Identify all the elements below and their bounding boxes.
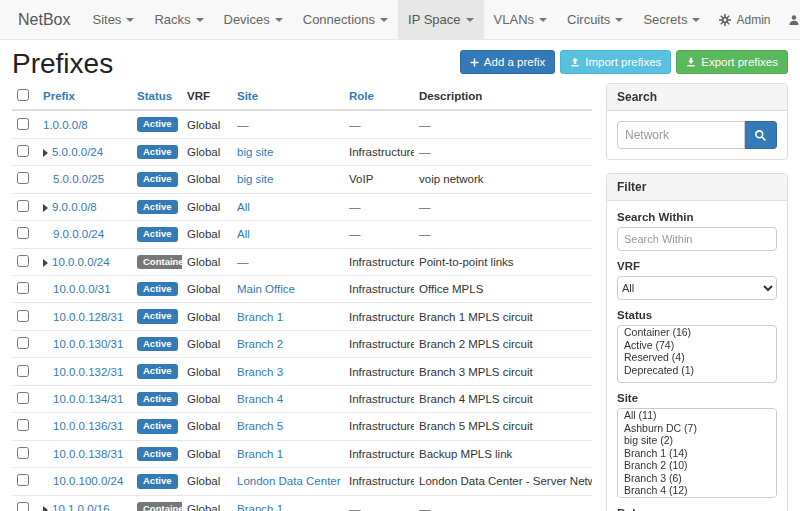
prefix-link[interactable]: 10.0.0.138/31: [53, 448, 123, 460]
vrf-select[interactable]: All: [617, 276, 777, 300]
nav-item-label: Secrets: [643, 12, 687, 27]
prefix-link[interactable]: 10.0.0.0/31: [53, 283, 111, 295]
site-cell: London Data Center: [232, 468, 344, 495]
row-checkbox[interactable]: [17, 172, 29, 184]
table-row: 10.0.0.0/24ContainerGlobal—Infrastructur…: [12, 248, 592, 275]
import-icon: [570, 57, 580, 67]
prefix-link[interactable]: 10.1.0.0/16: [52, 503, 110, 511]
row-checkbox[interactable]: [17, 255, 29, 267]
row-checkbox[interactable]: [17, 337, 29, 349]
prefix-link[interactable]: 10.0.0.130/31: [53, 338, 123, 350]
add-prefix-button[interactable]: Add a prefix: [460, 50, 555, 74]
site-link[interactable]: big site: [237, 173, 273, 185]
search-input[interactable]: [617, 121, 745, 149]
filter-option[interactable]: Branch 1 (14): [618, 447, 776, 460]
site-link[interactable]: Main Office: [237, 283, 295, 295]
row-checkbox[interactable]: [17, 227, 29, 239]
search-within-input[interactable]: [617, 227, 777, 251]
export-prefixes-button[interactable]: Export prefixes: [676, 50, 788, 74]
expand-icon[interactable]: [43, 506, 48, 511]
site-link[interactable]: Branch 5: [237, 420, 283, 432]
site-link[interactable]: Branch 1: [237, 448, 283, 460]
vrf-cell: Global: [182, 385, 232, 412]
row-checkbox[interactable]: [17, 447, 29, 459]
role-cell: Infrastructure: [344, 138, 414, 165]
expand-icon[interactable]: [43, 149, 48, 157]
sort-site[interactable]: Site: [237, 90, 258, 102]
chevron-down-icon: [466, 18, 474, 22]
row-checkbox[interactable]: [17, 392, 29, 404]
site-listbox[interactable]: All (11)Ashburn DC (7)big site (2)Branch…: [617, 408, 777, 498]
site-label: Site: [617, 392, 777, 404]
row-checkbox[interactable]: [17, 419, 29, 431]
nav-item-racks[interactable]: Racks: [144, 0, 213, 39]
sort-status[interactable]: Status: [137, 90, 172, 102]
expand-icon[interactable]: [43, 259, 48, 267]
prefix-table-panel: Prefix Status VRF Site Role Description …: [12, 83, 592, 511]
nav-item-sites[interactable]: Sites: [82, 0, 144, 39]
nav-item-secrets[interactable]: Secrets: [633, 0, 710, 39]
nav-item-devices[interactable]: Devices: [214, 0, 293, 39]
nav-item-connections[interactable]: Connections: [293, 0, 398, 39]
description-cell: —: [414, 495, 592, 511]
site-link[interactable]: London Data Center: [237, 475, 341, 487]
sort-prefix[interactable]: Prefix: [43, 90, 75, 102]
nav-item-circuits[interactable]: Circuits: [557, 0, 633, 39]
filter-option[interactable]: Active (74): [618, 339, 776, 352]
filter-option[interactable]: Ashburn DC (7): [618, 422, 776, 435]
row-checkbox[interactable]: [17, 145, 29, 157]
filter-option[interactable]: Branch 2 (10): [618, 459, 776, 472]
prefix-link[interactable]: 10.0.0.136/31: [53, 420, 123, 432]
prefix-link[interactable]: 10.0.100.0/24: [53, 475, 123, 487]
prefix-link[interactable]: 5.0.0.0/25: [53, 173, 104, 185]
select-all-checkbox[interactable]: [17, 89, 29, 101]
site-link[interactable]: All: [237, 228, 250, 240]
row-checkbox[interactable]: [17, 200, 29, 212]
row-checkbox[interactable]: [17, 118, 29, 130]
prefix-link[interactable]: 1.0.0.0/8: [43, 119, 88, 131]
navbar-menu: SitesRacksDevicesConnectionsIP SpaceVLAN…: [82, 0, 710, 39]
filter-option[interactable]: Deprecated (1): [618, 364, 776, 377]
row-checkbox[interactable]: [17, 310, 29, 322]
filter-option[interactable]: Container (16): [618, 326, 776, 339]
nav-item-vlans[interactable]: VLANs: [484, 0, 557, 39]
site-link[interactable]: Branch 3: [237, 366, 283, 378]
filter-option[interactable]: Branch 5 (7): [618, 497, 776, 499]
admin-link[interactable]: Admin: [710, 0, 779, 39]
brand-link[interactable]: NetBox: [6, 0, 82, 39]
prefix-link[interactable]: 9.0.0.0/8: [52, 201, 97, 213]
site-link[interactable]: Branch 4: [237, 393, 283, 405]
site-link[interactable]: Branch 1: [237, 503, 283, 511]
status-badge: Active: [137, 227, 178, 241]
search-button[interactable]: [745, 121, 777, 149]
profile-link[interactable]: Profile: [779, 0, 800, 39]
page-header: Prefixes Add a prefix Import prefixes Ex…: [0, 40, 800, 83]
prefix-link[interactable]: 10.0.0.132/31: [53, 366, 123, 378]
table-header-row: Prefix Status VRF Site Role Description: [12, 83, 592, 110]
prefix-link[interactable]: 10.0.0.0/24: [52, 256, 110, 268]
chevron-down-icon: [275, 18, 283, 22]
filter-option[interactable]: Branch 4 (12): [618, 484, 776, 497]
prefix-link[interactable]: 5.0.0.0/24: [52, 146, 103, 158]
prefix-link[interactable]: 10.0.0.128/31: [53, 311, 123, 323]
row-checkbox[interactable]: [17, 474, 29, 486]
site-link[interactable]: All: [237, 201, 250, 213]
status-listbox[interactable]: Container (16)Active (74)Reserved (4)Dep…: [617, 325, 777, 383]
filter-option[interactable]: big site (2): [618, 434, 776, 447]
site-link[interactable]: Branch 1: [237, 311, 283, 323]
site-link[interactable]: big site: [237, 146, 273, 158]
expand-icon[interactable]: [43, 204, 48, 212]
filter-option[interactable]: Branch 3 (6): [618, 472, 776, 485]
prefix-link[interactable]: 9.0.0.0/24: [53, 228, 104, 240]
chevron-down-icon: [692, 18, 700, 22]
filter-option[interactable]: Reserved (4): [618, 351, 776, 364]
filter-option[interactable]: All (11): [618, 409, 776, 422]
nav-item-ip-space[interactable]: IP Space: [398, 0, 484, 39]
row-checkbox[interactable]: [17, 365, 29, 377]
row-checkbox[interactable]: [17, 502, 29, 511]
sort-role[interactable]: Role: [349, 90, 374, 102]
prefix-link[interactable]: 10.0.0.134/31: [53, 393, 123, 405]
import-prefixes-button[interactable]: Import prefixes: [560, 50, 671, 74]
row-checkbox[interactable]: [17, 282, 29, 294]
site-link[interactable]: Branch 2: [237, 338, 283, 350]
